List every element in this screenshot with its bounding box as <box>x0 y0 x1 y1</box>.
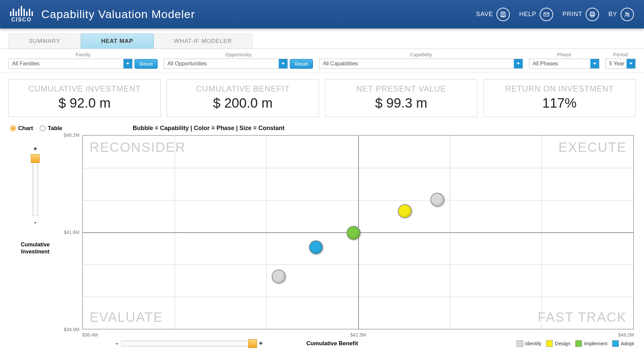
x-tick: $48.2M <box>618 332 634 338</box>
filter-phase-label: Phase <box>529 52 599 57</box>
bubble-point[interactable] <box>309 240 323 254</box>
y-axis-label: Cumulative Investment <box>10 241 60 255</box>
filter-capability-label: Capability <box>319 52 523 57</box>
bubble-plot[interactable]: RECONSIDER EXECUTE EVALUATE FAST TRACK <box>82 135 634 329</box>
bubble-point[interactable] <box>346 226 361 240</box>
filter-opportunity-select[interactable]: All Opportunities <box>164 59 288 69</box>
filter-capability-select[interactable]: All Capabilities <box>319 59 523 69</box>
filter-opportunity-label: Opportunity <box>164 52 313 57</box>
chart-controls: Chart Table Bubble = Capability | Color … <box>0 123 644 135</box>
metrics-row: CUMULATIVE INVESTMENT $ 92.0 m CUMULATIV… <box>0 73 644 123</box>
quadrant-fasttrack: FAST TRACK <box>538 310 627 325</box>
chevron-down-icon <box>514 59 523 68</box>
svg-point-4 <box>626 12 627 14</box>
chart-area: + - Cumulative Investment $48.2M $41.6M … <box>0 135 644 329</box>
reset-opportunity-button[interactable]: Reset <box>290 59 313 69</box>
filter-family-label: Family <box>8 52 158 57</box>
reset-family-button[interactable]: Reset <box>135 59 158 69</box>
x-tick: $42.3M <box>350 332 366 338</box>
chevron-down-icon <box>627 59 635 68</box>
view-chart-radio[interactable]: Chart <box>10 125 33 132</box>
y-tick: $48.2M <box>64 132 79 138</box>
save-label: SAVE <box>476 11 493 18</box>
y-tick: $34.9M <box>64 327 79 332</box>
y-zoom-slider[interactable]: + - <box>32 145 38 226</box>
save-icon <box>496 8 510 21</box>
print-icon <box>586 8 599 21</box>
users-icon <box>621 8 634 21</box>
legend-identify: Identify <box>517 340 541 347</box>
tabs: SUMMARY HEAT MAP WHAT-IF MODELER <box>0 28 644 49</box>
plus-icon: + <box>33 145 37 153</box>
app-header: CISCO Capability Valuation Modeler SAVE … <box>0 0 644 28</box>
x-zoom-slider[interactable] <box>121 341 256 347</box>
tab-heatmap[interactable]: HEAT MAP <box>81 34 154 49</box>
by-label: BY <box>608 11 617 18</box>
filter-family-select[interactable]: All Families <box>8 59 132 69</box>
metric-cumulative-investment: CUMULATIVE INVESTMENT $ 92.0 m <box>8 79 161 117</box>
minus-icon: - <box>34 219 37 226</box>
y-tick: $41.6M <box>64 230 79 235</box>
chevron-down-icon <box>123 59 132 68</box>
y-tick-column: $48.2M $41.6M $34.9M <box>60 135 82 329</box>
filter-phase-select[interactable]: All Phases <box>529 59 599 69</box>
print-button[interactable]: PRINT <box>562 8 599 21</box>
metric-roi: RETURN ON INVESTMENT 117% <box>483 79 636 117</box>
phase-legend: Identify Design Implement Adopt <box>517 340 634 347</box>
x-tick: $36.4M <box>82 332 98 338</box>
metric-npv: NET PRESENT VALUE $ 99.3 m <box>325 79 477 117</box>
quadrant-execute: EXECUTE <box>558 140 627 155</box>
slider-handle[interactable] <box>31 154 40 163</box>
header-actions: SAVE HELP PRINT BY <box>476 8 634 21</box>
chevron-down-icon <box>279 59 287 68</box>
chevron-down-icon <box>590 59 599 68</box>
help-button[interactable]: HELP <box>519 8 553 21</box>
chart-legend-hint: Bubble = Capability | Color = Phase | Si… <box>133 125 285 132</box>
radio-unchecked-icon <box>40 125 46 131</box>
tab-whatif[interactable]: WHAT-IF MODELER <box>154 34 252 49</box>
plus-icon: + <box>259 340 263 347</box>
radio-checked-icon <box>10 125 16 131</box>
metric-cumulative-benefit: CUMULATIVE BENEFIT $ 200.0 m <box>167 79 319 117</box>
filter-period-label: Period <box>605 52 636 57</box>
mail-icon <box>540 8 553 21</box>
x-controls-row: - + Cumulative Benefit Identify Design I… <box>0 338 644 347</box>
legend-adopt: Adopt <box>612 340 634 347</box>
bubble-point[interactable] <box>272 269 286 284</box>
x-tick-row: $36.4M $42.3M $48.2M <box>0 329 644 338</box>
cisco-logo-bars <box>10 6 33 16</box>
filter-bar: Family All Families Reset Opportunity Al… <box>0 49 644 73</box>
legend-design: Design <box>546 340 571 347</box>
svg-point-5 <box>628 13 629 14</box>
save-button[interactable]: SAVE <box>476 8 510 21</box>
slider-track[interactable] <box>32 156 38 216</box>
y-axis-slider-column: + - Cumulative Investment <box>10 135 60 329</box>
view-table-radio[interactable]: Table <box>40 125 62 132</box>
x-axis-label: Cumulative Benefit <box>306 340 358 347</box>
legend-implement: Implement <box>575 340 607 347</box>
cisco-logo: CISCO <box>10 6 33 23</box>
quadrant-evaluate: EVALUATE <box>90 310 163 325</box>
view-toggle: Chart Table <box>10 125 62 132</box>
bubble-point[interactable] <box>398 204 412 218</box>
filter-period-select[interactable]: 5 Year <box>605 59 636 69</box>
help-label: HELP <box>519 11 536 18</box>
quadrant-reconsider: RECONSIDER <box>90 140 186 155</box>
bubble-point[interactable] <box>430 193 444 207</box>
tab-summary[interactable]: SUMMARY <box>8 34 81 49</box>
minus-icon: - <box>116 340 118 347</box>
app-title: Capability Valuation Modeler <box>41 8 195 21</box>
brand-text: CISCO <box>11 17 32 23</box>
slider-handle[interactable] <box>248 339 257 348</box>
print-label: PRINT <box>562 11 582 18</box>
by-button[interactable]: BY <box>608 8 634 21</box>
